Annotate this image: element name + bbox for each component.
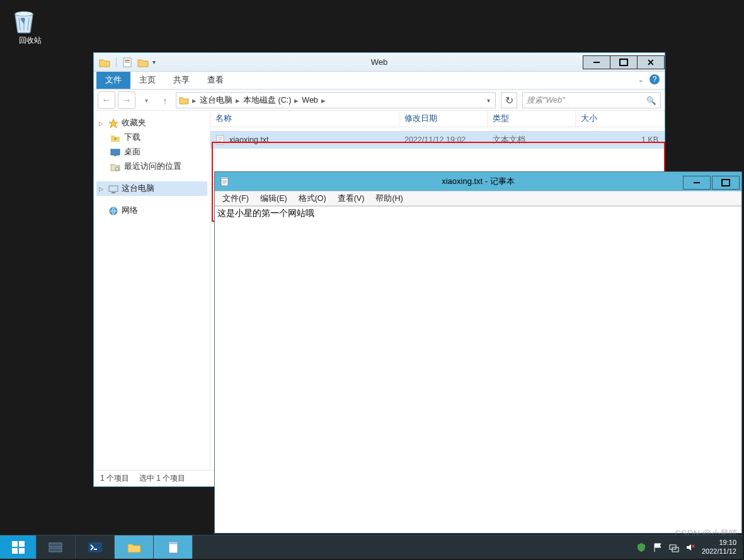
refresh-button[interactable]: ↻	[501, 92, 517, 108]
col-type[interactable]: 类型	[488, 111, 576, 127]
search-placeholder: 搜索"Web"	[527, 95, 564, 106]
nav-bar: ← → ▾ ↑ ▸ 这台电脑 ▸ 本地磁盘 (C:) ▸ Web ▸ ▾ ↻ 搜…	[94, 89, 665, 111]
col-date[interactable]: 修改日期	[399, 111, 488, 127]
file-row[interactable]: xiaoxing.txt 2022/11/12 19:02 文本文档 1 KB	[210, 131, 665, 149]
column-headers[interactable]: 名称 修改日期 类型 大小	[210, 111, 665, 127]
ribbon-tabs: 文件 主页 共享 查看 ⌄ ?	[94, 72, 665, 89]
recycle-bin-label: 回收站	[9, 35, 52, 46]
network-tray-icon[interactable]	[669, 542, 679, 552]
download-icon	[110, 133, 120, 143]
taskbar: 19:10 2022/11/12	[0, 535, 743, 559]
notepad-window: xiaoxing.txt - 记事本 文件(F) 编辑(E) 格式(O) 查看(…	[214, 171, 742, 534]
menu-format[interactable]: 格式(O)	[294, 192, 331, 205]
pc-icon	[108, 184, 118, 194]
new-folder-icon[interactable]	[137, 57, 149, 68]
svg-rect-5	[114, 155, 117, 156]
tab-file[interactable]: 文件	[96, 72, 130, 89]
svg-rect-21	[169, 542, 178, 544]
folder-icon	[99, 57, 110, 68]
help-icon[interactable]: ?	[650, 74, 660, 84]
breadcrumb[interactable]: ▸ 这台电脑 ▸ 本地磁盘 (C:) ▸ Web ▸ ▾	[176, 92, 496, 108]
svg-rect-10	[217, 135, 224, 144]
chevron-down-icon[interactable]: ▾	[487, 97, 490, 104]
svg-rect-2	[125, 60, 130, 61]
svg-point-0	[15, 12, 33, 16]
recycle-bin-icon	[9, 5, 39, 35]
tab-view[interactable]: 查看	[198, 72, 232, 89]
desktop-icon	[110, 147, 120, 157]
maximize-button[interactable]	[610, 55, 638, 69]
tab-home[interactable]: 主页	[130, 72, 164, 89]
taskbar-notepad[interactable]	[154, 535, 193, 559]
breadcrumb-pc[interactable]: 这台电脑	[200, 95, 232, 106]
menu-file[interactable]: 文件(F)	[217, 192, 254, 205]
notepad-content[interactable]: 这是小星的第一个网站哦	[215, 206, 741, 533]
sidebar-downloads[interactable]: 下载	[96, 130, 207, 145]
sidebar-recent[interactable]: 最近访问的位置	[96, 159, 207, 174]
taskbar-explorer[interactable]	[115, 535, 154, 559]
svg-rect-8	[112, 192, 115, 193]
windows-logo-icon	[11, 540, 25, 554]
minimize-button[interactable]	[583, 55, 610, 69]
svg-rect-13	[12, 541, 18, 547]
properties-icon[interactable]	[122, 57, 134, 68]
breadcrumb-drive[interactable]: 本地磁盘 (C:)	[243, 95, 291, 106]
search-icon: 🔍	[646, 96, 656, 105]
flag-icon[interactable]	[653, 542, 663, 552]
forward-button[interactable]: →	[118, 91, 135, 109]
notepad-taskbar-icon	[166, 540, 180, 554]
recent-locations-icon[interactable]: ▾	[138, 92, 154, 108]
sidebar: ▷ 收藏夹 下载 桌面 最近访问的位置	[94, 111, 210, 470]
menu-view[interactable]: 查看(V)	[333, 192, 370, 205]
start-button[interactable]	[0, 535, 37, 559]
ribbon-expand-icon[interactable]: ⌄	[638, 76, 643, 83]
explorer-titlebar[interactable]: ▾ Web	[94, 53, 665, 72]
powershell-icon	[87, 540, 103, 554]
tray-date: 2022/11/12	[702, 547, 736, 556]
sidebar-favorites[interactable]: ▷ 收藏夹	[96, 116, 207, 130]
svg-rect-16	[19, 548, 25, 554]
svg-rect-14	[19, 541, 25, 547]
tray-clock[interactable]: 19:10 2022/11/12	[702, 539, 736, 555]
status-count: 1 个项目	[100, 473, 129, 484]
qat-dropdown-icon[interactable]: ▾	[152, 59, 156, 66]
sound-icon[interactable]	[685, 542, 695, 552]
sidebar-desktop[interactable]: 桌面	[96, 145, 207, 159]
text-file-icon	[215, 135, 226, 145]
security-icon[interactable]	[636, 542, 646, 552]
menu-edit[interactable]: 编辑(E)	[255, 192, 292, 205]
svg-rect-3	[125, 62, 130, 63]
back-button[interactable]: ←	[98, 91, 115, 109]
recent-icon	[110, 162, 120, 172]
notepad-maximize-button[interactable]	[712, 176, 740, 190]
svg-rect-15	[12, 548, 18, 554]
sidebar-this-pc[interactable]: ▷ 这台电脑	[96, 181, 207, 196]
taskbar-powershell[interactable]	[76, 535, 115, 559]
file-date: 2022/11/12 19:02	[399, 135, 488, 144]
file-name: xiaoxing.txt	[229, 135, 269, 144]
close-button[interactable]	[637, 55, 665, 69]
file-size: 1 KB	[576, 135, 665, 144]
explorer-icon	[126, 540, 142, 554]
up-button[interactable]: ↑	[157, 92, 173, 108]
status-selection: 选中 1 个项目	[139, 473, 185, 484]
svg-rect-7	[109, 186, 118, 191]
taskbar-server-manager[interactable]	[37, 535, 76, 559]
breadcrumb-folder[interactable]: Web	[302, 96, 318, 105]
notepad-menubar: 文件(F) 编辑(E) 格式(O) 查看(V) 帮助(H)	[215, 191, 741, 206]
sidebar-network[interactable]: ▷ 网络	[96, 203, 207, 218]
col-name[interactable]: 名称	[210, 111, 399, 127]
search-input[interactable]: 搜索"Web" 🔍	[522, 92, 661, 108]
system-tray: 19:10 2022/11/12	[630, 535, 743, 559]
col-size[interactable]: 大小	[576, 111, 665, 127]
star-icon	[108, 118, 118, 129]
notepad-minimize-button[interactable]	[683, 176, 711, 190]
svg-rect-12	[221, 177, 228, 179]
menu-help[interactable]: 帮助(H)	[370, 192, 408, 205]
notepad-titlebar[interactable]: xiaoxing.txt - 记事本	[215, 172, 741, 191]
explorer-title: Web	[371, 57, 388, 67]
svg-rect-17	[49, 543, 62, 547]
tab-share[interactable]: 共享	[164, 72, 198, 89]
desktop-recycle-bin[interactable]: 回收站	[9, 5, 52, 46]
notepad-icon	[220, 176, 230, 186]
